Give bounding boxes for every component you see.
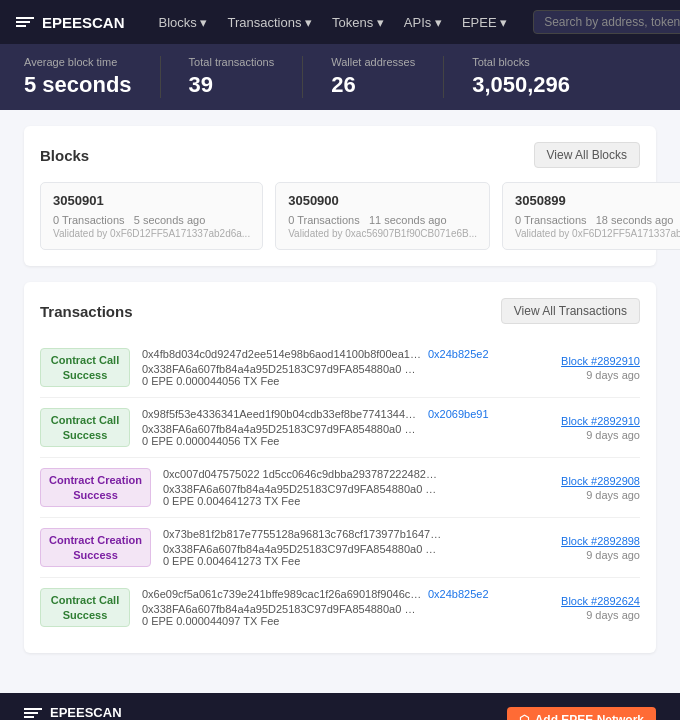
- footer: EPEESCAN © 2022 ART3 Foundation LTD. All…: [0, 693, 680, 720]
- tx-block-link[interactable]: Block #2892624: [550, 595, 640, 607]
- table-row: Contract Creation Success 0xc007d0475750…: [40, 458, 640, 518]
- tx-hash-row: 0x73be81f2b817e7755128a96813c768cf173977…: [163, 528, 538, 540]
- tx-block-info: Block #2892910 9 days ago: [550, 415, 640, 441]
- tx-type-badge: Contract Creation Success: [40, 528, 151, 567]
- tx-status-label: Success: [49, 608, 121, 622]
- tx-type-badge: Contract Call Success: [40, 588, 130, 627]
- nav-item-transactions[interactable]: Transactions ▾: [217, 0, 322, 44]
- tx-block-link[interactable]: Block #2892898: [550, 535, 640, 547]
- tx-hash-short[interactable]: 0x2069be91: [428, 408, 489, 420]
- block-tx-count: 0 Transactions 11 seconds ago: [288, 214, 477, 226]
- tx-to-address: 0x338FA6a607fb84a4a95D25183C97d9FA854880…: [142, 423, 422, 435]
- tx-hash-row: 0xc007d047575022 1d5cc0646c9dbba29378722…: [163, 468, 538, 480]
- footer-logo-text: EPEESCAN: [50, 705, 122, 720]
- table-row: Contract Call Success 0x6e09cf5a061c739e…: [40, 578, 640, 637]
- tx-time-ago: 9 days ago: [586, 489, 640, 501]
- tx-hash-full: 0x6e09cf5a061c739e241bffe989cac1f26a6901…: [142, 588, 422, 600]
- block-validator: Validated by 0xF6D12FF5A171337ab2d6a...: [515, 228, 680, 239]
- stat-item: Average block time 5 seconds: [24, 56, 161, 98]
- tx-hash-row: 0x6e09cf5a061c739e241bffe989cac1f26a6901…: [142, 588, 538, 600]
- tx-details: 0x4fb8d034c0d9247d2ee514e98b6aod14100b8f…: [142, 348, 538, 387]
- tx-status-label: Success: [49, 368, 121, 382]
- block-validator: Validated by 0xac56907B1f90CB071e6B...: [288, 228, 477, 239]
- tx-block-link[interactable]: Block #2892908: [550, 475, 640, 487]
- tx-type-label: Contract Call: [49, 593, 121, 607]
- view-all-transactions-button[interactable]: View All Transactions: [501, 298, 640, 324]
- search-input[interactable]: [533, 10, 680, 34]
- tx-block-info: Block #2892898 9 days ago: [550, 535, 640, 561]
- tx-time-ago: 9 days ago: [586, 549, 640, 561]
- tx-hash-row: 0x98f5f53e4336341Aeed1f90b04cdb33ef8be77…: [142, 408, 538, 420]
- stat-value: 3,050,296: [472, 72, 570, 98]
- footer-logo-icon: [24, 708, 42, 718]
- navbar: EPEESCAN Blocks ▾Transactions ▾Tokens ▾A…: [0, 0, 680, 44]
- tx-details: 0x98f5f53e4336341Aeed1f90b04cdb33ef8be77…: [142, 408, 538, 447]
- tx-type-label: Contract Call: [49, 413, 121, 427]
- tx-details: 0x6e09cf5a061c739e241bffe989cac1f26a6901…: [142, 588, 538, 627]
- tx-block-link[interactable]: Block #2892910: [550, 355, 640, 367]
- block-card: 3050901 0 Transactions 5 seconds ago Val…: [40, 182, 263, 250]
- tx-hash-short[interactable]: 0x24b825e2: [428, 348, 489, 360]
- tx-block-info: Block #2892910 9 days ago: [550, 355, 640, 381]
- tx-hash-full: 0x73be81f2b817e7755128a96813c768cf173977…: [163, 528, 443, 540]
- main-content: Blocks View All Blocks 3050901 0 Transac…: [0, 110, 680, 685]
- footer-logo: EPEESCAN: [24, 705, 356, 720]
- stat-item: Wallet addresses 26: [331, 56, 444, 98]
- stat-value: 26: [331, 72, 415, 98]
- tx-time-ago: 9 days ago: [586, 609, 640, 621]
- stat-item: Total blocks 3,050,296: [472, 56, 598, 98]
- blocks-grid: 3050901 0 Transactions 5 seconds ago Val…: [40, 182, 640, 250]
- tx-status-label: Success: [49, 548, 142, 562]
- stat-label: Total blocks: [472, 56, 570, 68]
- footer-left: EPEESCAN © 2022 ART3 Foundation LTD. All…: [24, 705, 356, 720]
- tx-time-ago: 9 days ago: [586, 429, 640, 441]
- block-card: 3050900 0 Transactions 11 seconds ago Va…: [275, 182, 490, 250]
- nav-item-epee[interactable]: EPEE ▾: [452, 0, 517, 44]
- block-number[interactable]: 3050900: [288, 193, 477, 208]
- blocks-section-header: Blocks View All Blocks: [40, 142, 640, 168]
- blocks-section-title: Blocks: [40, 147, 89, 164]
- blocks-section: Blocks View All Blocks 3050901 0 Transac…: [24, 126, 656, 266]
- tx-details: 0xc007d047575022 1d5cc0646c9dbba29378722…: [163, 468, 538, 507]
- add-network-button[interactable]: ⬡ Add EPEE Network: [507, 707, 656, 721]
- tx-type-badge: Contract Call Success: [40, 348, 130, 387]
- tx-fee: 0 EPE 0.004641273 TX Fee: [163, 555, 538, 567]
- nav-item-apis[interactable]: APIs ▾: [394, 0, 452, 44]
- tx-status-label: Success: [49, 428, 121, 442]
- table-row: Contract Creation Success 0x73be81f2b817…: [40, 518, 640, 578]
- block-tx-count: 0 Transactions 18 seconds ago: [515, 214, 680, 226]
- stat-value: 5 seconds: [24, 72, 132, 98]
- tx-to-address: 0x338FA6a607fb84a4a95D25183C97d9FA854880…: [163, 483, 443, 495]
- tx-to-address: 0x338FA6a607fb84a4a95D25183C97d9FA854880…: [142, 363, 422, 375]
- tx-hash-full: 0x4fb8d034c0d9247d2ee514e98b6aod14100b8f…: [142, 348, 422, 360]
- transactions-list: Contract Call Success 0x4fb8d034c0d9247d…: [40, 338, 640, 637]
- table-row: Contract Call Success 0x4fb8d034c0d9247d…: [40, 338, 640, 398]
- tx-fee: 0 EPE 0.000044056 TX Fee: [142, 435, 538, 447]
- block-validator: Validated by 0xF6D12FF5A171337ab2d6a...: [53, 228, 250, 239]
- block-number[interactable]: 3050901: [53, 193, 250, 208]
- stats-bar: Average block time 5 secondsTotal transa…: [0, 44, 680, 110]
- block-number[interactable]: 3050899: [515, 193, 680, 208]
- tx-details: 0x73be81f2b817e7755128a96813c768cf173977…: [163, 528, 538, 567]
- tx-hash-row: 0x4fb8d034c0d9247d2ee514e98b6aod14100b8f…: [142, 348, 538, 360]
- tx-block-link[interactable]: Block #2892910: [550, 415, 640, 427]
- stat-label: Average block time: [24, 56, 132, 68]
- tx-type-label: Contract Creation: [49, 533, 142, 547]
- transactions-section: Transactions View All Transactions Contr…: [24, 282, 656, 653]
- tx-hash-short[interactable]: 0x24b825e2: [428, 588, 489, 600]
- stat-label: Wallet addresses: [331, 56, 415, 68]
- nav-item-tokens[interactable]: Tokens ▾: [322, 0, 394, 44]
- tx-hash-full: 0xc007d047575022 1d5cc0646c9dbba29378722…: [163, 468, 443, 480]
- tx-time-ago: 9 days ago: [586, 369, 640, 381]
- tx-type-label: Contract Call: [49, 353, 121, 367]
- tx-to-address: 0x338FA6a607fb84a4a95D25183C97d9FA854880…: [163, 543, 443, 555]
- transactions-section-header: Transactions View All Transactions: [40, 298, 640, 324]
- view-all-blocks-button[interactable]: View All Blocks: [534, 142, 640, 168]
- block-card: 3050899 0 Transactions 18 seconds ago Va…: [502, 182, 680, 250]
- block-tx-count: 0 Transactions 5 seconds ago: [53, 214, 250, 226]
- stat-item: Total transactions 39: [189, 56, 304, 98]
- tx-to-address: 0x338FA6a607fb84a4a95D25183C97d9FA854880…: [142, 603, 422, 615]
- table-row: Contract Call Success 0x98f5f53e4336341A…: [40, 398, 640, 458]
- nav-item-blocks[interactable]: Blocks ▾: [149, 0, 218, 44]
- logo-text: EPEESCAN: [42, 14, 125, 31]
